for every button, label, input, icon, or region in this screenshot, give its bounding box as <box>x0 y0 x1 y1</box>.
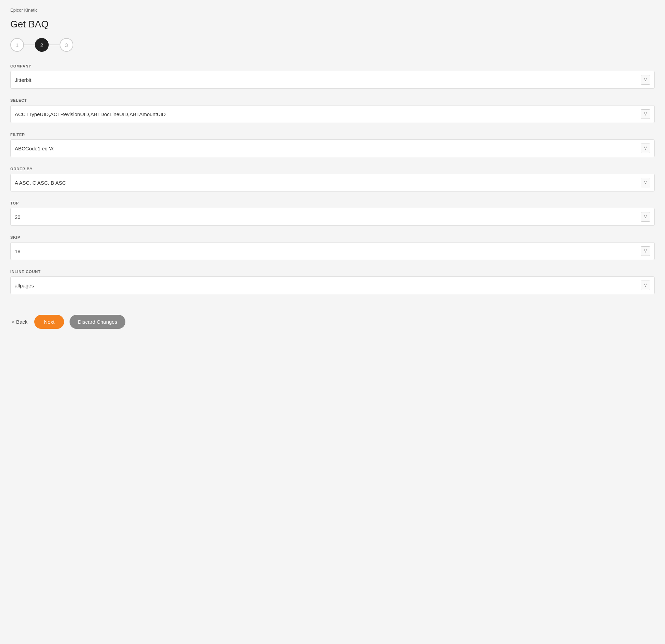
select-label: SELECT <box>10 98 655 102</box>
skip-label: SKIP <box>10 235 655 239</box>
back-button[interactable]: < Back <box>10 319 29 325</box>
breadcrumb-link[interactable]: Epicor Kinetic <box>10 8 37 13</box>
footer: < Back Next Discard Changes <box>10 308 655 329</box>
inline-count-input[interactable] <box>15 283 641 288</box>
next-button[interactable]: Next <box>34 315 64 329</box>
top-label: TOP <box>10 201 655 205</box>
orderby-input[interactable] <box>15 180 641 186</box>
page-title: Get BAQ <box>10 19 655 30</box>
orderby-label: ORDER BY <box>10 167 655 171</box>
top-field-wrapper: V <box>10 208 655 226</box>
inline-count-label: INLINE COUNT <box>10 270 655 274</box>
orderby-variable-icon[interactable]: V <box>641 178 650 187</box>
select-field-wrapper: V <box>10 105 655 123</box>
company-input[interactable] <box>15 77 641 83</box>
filter-field-wrapper: V <box>10 139 655 157</box>
orderby-field-wrapper: V <box>10 174 655 191</box>
inline-count-field-wrapper: V <box>10 276 655 294</box>
step-3[interactable]: 3 <box>60 38 73 52</box>
skip-input[interactable] <box>15 248 641 254</box>
select-section: SELECT V <box>10 98 655 123</box>
discard-changes-button[interactable]: Discard Changes <box>70 315 125 329</box>
step-connector-1 <box>24 45 35 45</box>
select-input[interactable] <box>15 111 641 117</box>
step-2[interactable]: 2 <box>35 38 49 52</box>
filter-input[interactable] <box>15 146 641 151</box>
top-input[interactable] <box>15 214 641 220</box>
filter-variable-icon[interactable]: V <box>641 144 650 153</box>
top-section: TOP V <box>10 201 655 226</box>
step-connector-2 <box>49 45 60 45</box>
inline-count-section: INLINE COUNT V <box>10 270 655 294</box>
skip-variable-icon[interactable]: V <box>641 246 650 256</box>
top-variable-icon[interactable]: V <box>641 212 650 222</box>
orderby-section: ORDER BY V <box>10 167 655 191</box>
skip-field-wrapper: V <box>10 242 655 260</box>
filter-section: FILTER V <box>10 133 655 157</box>
skip-section: SKIP V <box>10 235 655 260</box>
step-1[interactable]: 1 <box>10 38 24 52</box>
company-section: COMPANY V <box>10 64 655 89</box>
company-field-wrapper: V <box>10 71 655 89</box>
filter-label: FILTER <box>10 133 655 137</box>
select-variable-icon[interactable]: V <box>641 109 650 119</box>
stepper: 1 2 3 <box>10 38 655 52</box>
company-label: COMPANY <box>10 64 655 68</box>
inline-count-variable-icon[interactable]: V <box>641 281 650 290</box>
company-variable-icon[interactable]: V <box>641 75 650 85</box>
